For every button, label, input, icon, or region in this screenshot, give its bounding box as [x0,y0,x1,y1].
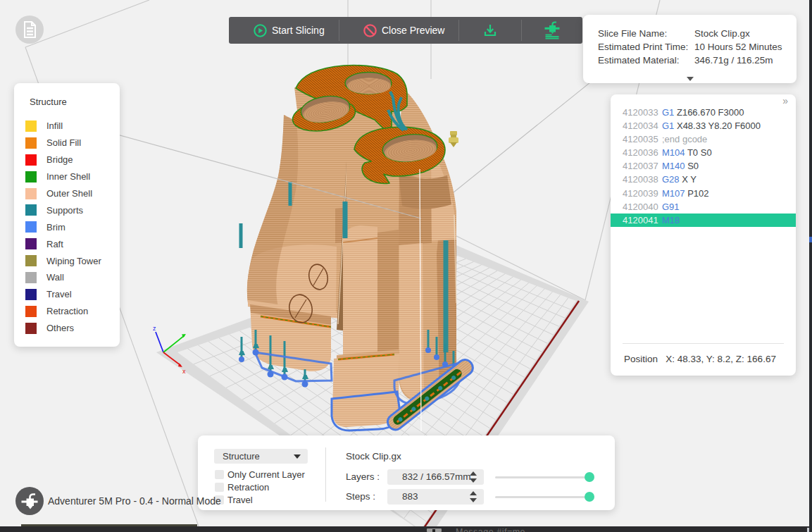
svg-text:x: x [182,368,186,375]
svg-text:z: z [153,325,156,332]
